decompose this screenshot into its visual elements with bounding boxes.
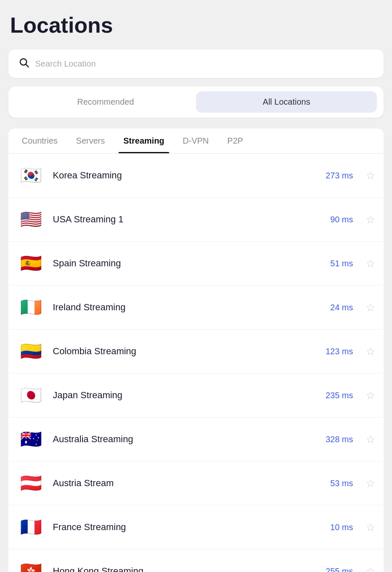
location-name: Austria Stream xyxy=(53,478,308,489)
location-name: Hong Kong Streaming xyxy=(53,566,308,572)
latency: 273 ms xyxy=(315,171,353,180)
list-item[interactable]: 🇦🇹 Austria Stream 53 ms ☆ xyxy=(8,461,384,505)
svg-line-1 xyxy=(26,64,28,67)
favorite-star[interactable]: ☆ xyxy=(366,345,375,358)
tab-servers[interactable]: Servers xyxy=(67,129,114,153)
search-icon xyxy=(18,57,29,70)
tab-streaming[interactable]: Streaming xyxy=(114,129,174,153)
filter-tabs: Countries Servers Streaming D-VPN P2P xyxy=(8,129,384,154)
flag-icon: 🇦🇺 xyxy=(17,425,45,453)
list-item[interactable]: 🇪🇸 Spain Streaming 51 ms ☆ xyxy=(8,242,384,286)
latency: 51 ms xyxy=(315,259,353,268)
favorite-star[interactable]: ☆ xyxy=(366,477,375,490)
location-name: USA Streaming 1 xyxy=(53,214,308,225)
location-name: Korea Streaming xyxy=(53,170,308,181)
favorite-star[interactable]: ☆ xyxy=(366,213,375,226)
search-placeholder: Search Location xyxy=(35,59,96,69)
location-name: Spain Streaming xyxy=(53,258,308,269)
flag-icon: 🇦🇹 xyxy=(17,469,45,497)
favorite-star[interactable]: ☆ xyxy=(366,169,375,182)
list-item[interactable]: 🇫🇷 France Streaming 10 ms ☆ xyxy=(8,505,384,549)
favorite-star[interactable]: ☆ xyxy=(366,433,375,446)
list-item[interactable]: 🇰🇷 Korea Streaming 273 ms ☆ xyxy=(8,154,384,198)
favorite-star[interactable]: ☆ xyxy=(366,521,375,534)
location-name: France Streaming xyxy=(53,522,308,533)
latency: 24 ms xyxy=(315,303,353,312)
tab-countries[interactable]: Countries xyxy=(13,129,67,153)
location-name: Australia Streaming xyxy=(53,434,308,445)
list-item[interactable]: 🇮🇪 Ireland Streaming 24 ms ☆ xyxy=(8,286,384,330)
favorite-star[interactable]: ☆ xyxy=(366,257,375,270)
latency: 10 ms xyxy=(315,523,353,532)
location-name: Colombia Streaming xyxy=(53,346,308,357)
flag-icon: 🇮🇪 xyxy=(17,293,45,322)
tab-p2p[interactable]: P2P xyxy=(218,129,253,153)
latency: 235 ms xyxy=(315,391,353,400)
list-item[interactable]: 🇨🇴 Colombia Streaming 123 ms ☆ xyxy=(8,330,384,374)
location-name: Ireland Streaming xyxy=(53,302,308,313)
latency: 328 ms xyxy=(315,435,353,444)
tab-all-locations[interactable]: All Locations xyxy=(196,91,377,113)
favorite-star[interactable]: ☆ xyxy=(366,389,375,402)
page-title: Locations xyxy=(8,13,384,38)
list-item[interactable]: 🇺🇸 USA Streaming 1 90 ms ☆ xyxy=(8,198,384,242)
tab-recommended[interactable]: Recommended xyxy=(15,91,196,113)
favorite-star[interactable]: ☆ xyxy=(366,565,375,572)
tab-dvpn[interactable]: D-VPN xyxy=(173,129,218,153)
flag-icon: 🇰🇷 xyxy=(17,161,45,190)
latency: 53 ms xyxy=(315,479,353,488)
favorite-star[interactable]: ☆ xyxy=(366,301,375,314)
view-toggle: Recommended All Locations xyxy=(8,86,384,118)
latency: 123 ms xyxy=(315,347,353,356)
search-bar[interactable]: Search Location xyxy=(8,49,384,78)
flag-icon: 🇫🇷 xyxy=(17,513,45,541)
location-list: 🇰🇷 Korea Streaming 273 ms ☆ 🇺🇸 USA Strea… xyxy=(8,154,384,572)
flag-icon: 🇺🇸 xyxy=(17,205,45,234)
list-item[interactable]: 🇭🇰 Hong Kong Streaming 255 ms ☆ xyxy=(8,549,384,572)
list-item[interactable]: 🇦🇺 Australia Streaming 328 ms ☆ xyxy=(8,417,384,461)
list-item[interactable]: 🇯🇵 Japan Streaming 235 ms ☆ xyxy=(8,374,384,417)
flag-icon: 🇨🇴 xyxy=(17,337,45,366)
flag-icon: 🇯🇵 xyxy=(17,381,45,410)
flag-icon: 🇪🇸 xyxy=(17,249,45,278)
latency: 255 ms xyxy=(315,567,353,572)
latency: 90 ms xyxy=(315,215,353,224)
flag-icon: 🇭🇰 xyxy=(17,557,45,572)
location-name: Japan Streaming xyxy=(53,390,308,401)
